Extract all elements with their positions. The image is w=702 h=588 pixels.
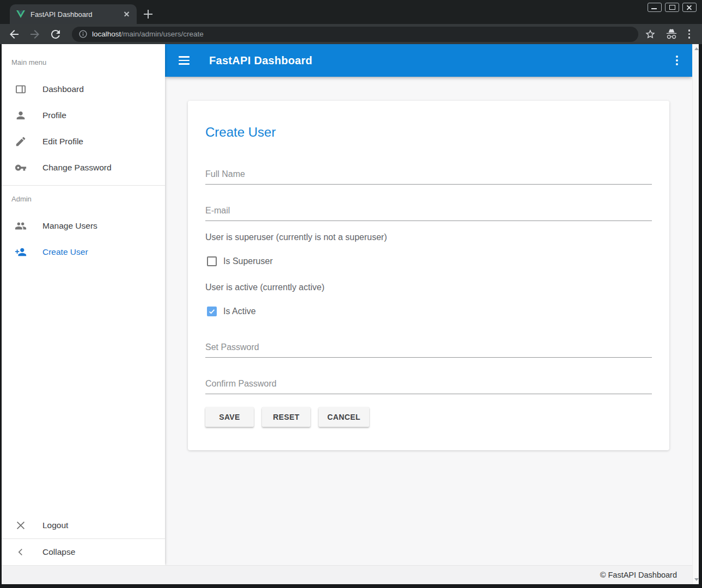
reset-button[interactable]: RESET: [262, 407, 310, 427]
url-host: localhost: [92, 30, 121, 38]
browser-menu-icon[interactable]: [687, 28, 692, 40]
sidebar-spacer: [2, 265, 165, 512]
email-field-wrap: [205, 206, 652, 221]
full-name-field-wrap: [205, 169, 652, 185]
app-title: FastAPI Dashboard: [209, 54, 675, 67]
main-content: Create User User is superuser (currently…: [165, 77, 692, 565]
sidebar-item-dashboard[interactable]: Dashboard: [2, 76, 165, 102]
person-add-icon: [15, 246, 27, 258]
sidebar-section-main-menu: Main menu: [11, 58, 165, 66]
sidebar-section-admin: Admin: [11, 195, 165, 203]
sidebar-item-label: Dashboard: [42, 84, 84, 94]
window-close-button[interactable]: [682, 3, 697, 12]
tab-title: FastAPI Dashboard: [30, 10, 123, 19]
vue-logo-icon: [16, 10, 25, 18]
form-buttons: SAVE RESET CANCEL: [205, 407, 652, 427]
window-controls: [648, 3, 697, 12]
sidebar-item-edit-profile[interactable]: Edit Profile: [2, 128, 165, 155]
sidebar-item-label: Edit Profile: [42, 137, 83, 146]
incognito-icon: [666, 28, 677, 40]
sidebar-item-collapse[interactable]: Collapse: [2, 539, 165, 565]
window-minimize-button[interactable]: [648, 3, 662, 12]
window-maximize-button[interactable]: [665, 3, 679, 12]
sidebar-item-label: Collapse: [42, 547, 75, 557]
back-icon[interactable]: [8, 28, 21, 41]
set-password-field-wrap: [205, 342, 652, 358]
tab-close-icon[interactable]: [123, 10, 131, 19]
checkbox-label: Is Active: [223, 307, 256, 316]
dashboard-icon: [15, 83, 27, 95]
new-tab-button[interactable]: [143, 9, 153, 19]
person-icon: [15, 109, 27, 121]
reload-icon[interactable]: [49, 28, 62, 41]
page-title: Create User: [205, 125, 652, 140]
scrollbar-up-arrow-icon[interactable]: [694, 47, 699, 50]
site-info-icon[interactable]: [78, 29, 88, 39]
key-icon: [15, 162, 27, 174]
chevron-left-icon: [15, 546, 27, 558]
set-password-input[interactable]: [205, 342, 652, 352]
is-active-checkbox[interactable]: [207, 307, 217, 316]
is-active-checkbox-row[interactable]: Is Active: [205, 305, 652, 317]
browser-tab-strip: FastAPI Dashboard: [0, 0, 702, 24]
sidebar-item-manage-users[interactable]: Manage Users: [2, 213, 165, 239]
url-path: /main/admin/users/create: [121, 30, 204, 38]
url-bar[interactable]: localhost/main/admin/users/create: [72, 27, 638, 42]
is-superuser-checkbox-row[interactable]: Is Superuser: [205, 255, 652, 267]
copyright-text: © FastAPI Dashboard: [600, 571, 677, 579]
is-superuser-checkbox[interactable]: [207, 256, 217, 266]
confirm-password-field-wrap: [205, 379, 652, 394]
toolbar-right-icons: [645, 28, 692, 40]
full-name-input[interactable]: [205, 169, 652, 179]
sidebar-divider: [2, 185, 165, 186]
browser-tab[interactable]: FastAPI Dashboard: [10, 4, 137, 24]
appbar-menu-icon[interactable]: [675, 54, 679, 66]
app-bar: FastAPI Dashboard: [165, 44, 692, 77]
superuser-hint: User is superuser (currently is not a su…: [205, 232, 652, 243]
checkbox-label: Is Superuser: [223, 256, 273, 266]
sidebar-item-label: Create User: [42, 247, 88, 257]
sidebar-item-label: Change Password: [42, 163, 112, 173]
confirm-password-input[interactable]: [205, 379, 652, 389]
logout-x-icon: [15, 519, 27, 531]
pencil-icon: [15, 136, 27, 148]
active-hint: User is active (currently active): [205, 283, 652, 293]
forward-icon[interactable]: [28, 28, 41, 41]
scrollbar-down-arrow-icon[interactable]: [694, 578, 699, 581]
group-icon: [15, 220, 27, 232]
page-footer: © FastAPI Dashboard: [2, 565, 692, 584]
browser-toolbar: localhost/main/admin/users/create: [0, 24, 702, 44]
cancel-button[interactable]: CANCEL: [319, 407, 369, 427]
sidebar-item-create-user[interactable]: Create User: [2, 239, 165, 265]
sidebar-item-logout[interactable]: Logout: [2, 512, 165, 538]
sidebar-item-label: Profile: [42, 111, 66, 120]
create-user-card: Create User User is superuser (currently…: [188, 101, 669, 450]
email-input[interactable]: [205, 206, 652, 216]
page-scrollbar[interactable]: [692, 44, 699, 584]
save-button[interactable]: SAVE: [205, 407, 254, 427]
sidebar: Main menu Dashboard Profile Edit Profile: [2, 44, 165, 565]
sidebar-item-profile[interactable]: Profile: [2, 102, 165, 128]
sidebar-item-label: Manage Users: [42, 221, 97, 231]
bookmark-star-icon[interactable]: [645, 29, 656, 40]
sidebar-item-change-password[interactable]: Change Password: [2, 155, 165, 181]
hamburger-menu-icon[interactable]: [179, 56, 190, 64]
sidebar-item-label: Logout: [42, 520, 68, 530]
page: Main menu Dashboard Profile Edit Profile: [2, 44, 699, 584]
